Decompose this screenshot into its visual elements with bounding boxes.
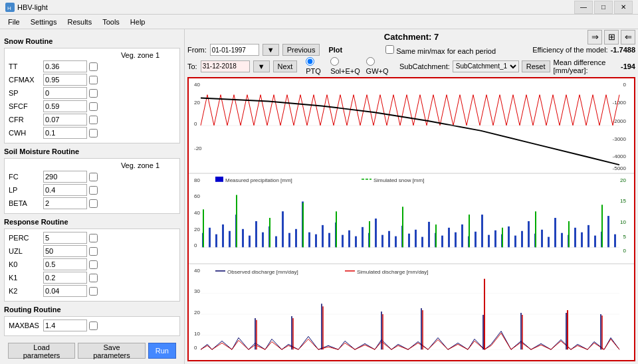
checkbox-k2[interactable] — [89, 287, 98, 296]
catchment-title: Catchment: 7 — [384, 32, 439, 42]
next-button[interactable]: Next — [273, 60, 298, 72]
svg-rect-32 — [215, 234, 217, 248]
param-lp: LP — [9, 184, 175, 196]
svg-rect-57 — [381, 235, 383, 248]
menu-tools[interactable]: Tools — [97, 17, 125, 27]
svg-text:-20: -20 — [194, 146, 202, 152]
svg-rect-91 — [607, 216, 609, 247]
nav-split-button[interactable]: ⊞ — [604, 30, 619, 45]
input-uzl[interactable] — [43, 245, 87, 257]
from-date-input[interactable] — [210, 44, 259, 56]
radio-ptq[interactable] — [306, 57, 314, 66]
input-k1[interactable] — [43, 272, 87, 284]
input-perc[interactable] — [43, 232, 87, 244]
menu-help[interactable]: Help — [125, 17, 151, 27]
radio-ptq-label[interactable]: PTQ — [306, 57, 325, 75]
radio-gw-label[interactable]: GW+Q — [366, 57, 391, 75]
title-bar: H HBV-light — □ ✕ — [0, 0, 638, 15]
window-controls: — □ ✕ — [574, 1, 633, 14]
nav-export-button[interactable]: ⇒ — [587, 30, 602, 45]
svg-rect-81 — [541, 230, 543, 248]
input-sp[interactable] — [43, 87, 87, 99]
load-params-button[interactable]: Load parameters — [8, 343, 75, 359]
svg-rect-87 — [581, 232, 583, 248]
svg-text:80: 80 — [194, 177, 200, 183]
app-icon: H — [5, 3, 15, 12]
checkbox-fc[interactable] — [89, 173, 98, 181]
svg-rect-88 — [587, 225, 589, 248]
svg-rect-44 — [295, 229, 297, 248]
routing-routine-box: MAXBAS — [4, 316, 180, 336]
to-label: To: — [187, 62, 197, 70]
checkbox-uzl[interactable] — [89, 247, 98, 256]
input-maxbas[interactable] — [43, 319, 87, 331]
top-chart-group: 0 -1000 -2000 -3000 -4000 -5000 40 20 0 … — [189, 78, 634, 173]
checkbox-sfcf[interactable] — [89, 102, 98, 111]
param-sfcf: SFCF — [9, 100, 175, 112]
maximize-button[interactable]: □ — [594, 1, 613, 14]
radio-gw[interactable] — [366, 57, 375, 66]
date-picker-to-button[interactable]: ▼ — [253, 60, 270, 72]
input-beta[interactable] — [43, 197, 87, 209]
svg-rect-31 — [209, 228, 211, 248]
input-k0[interactable] — [43, 258, 87, 270]
param-maxbas: MAXBAS — [9, 319, 175, 331]
nav-import-button[interactable]: ⇐ — [621, 30, 635, 45]
menu-settings[interactable]: Settings — [25, 17, 62, 27]
checkbox-beta[interactable] — [89, 199, 98, 208]
same-min-max-checkbox[interactable] — [385, 45, 394, 54]
input-tt[interactable] — [43, 60, 87, 72]
svg-text:-3000: -3000 — [613, 136, 627, 142]
svg-text:Simulated snow [mm]: Simulated snow [mm] — [373, 177, 424, 183]
checkbox-tt[interactable] — [89, 62, 98, 71]
menu-file[interactable]: File — [3, 17, 25, 27]
input-lp[interactable] — [43, 184, 87, 196]
radio-sol-label[interactable]: Sol+E+Q — [330, 57, 360, 75]
svg-rect-71 — [475, 232, 477, 248]
run-button[interactable]: Run — [148, 343, 176, 359]
svg-text:20: 20 — [194, 227, 200, 232]
checkbox-cfr[interactable] — [89, 116, 98, 124]
param-k2: K2 — [9, 285, 175, 297]
svg-text:20: 20 — [620, 177, 626, 183]
main-content: Snow Routine Veg. zone 1 TT CFMAX SP S — [0, 29, 638, 364]
checkbox-k1[interactable] — [89, 274, 98, 282]
to-date-input[interactable] — [201, 60, 250, 72]
param-sp: SP — [9, 87, 175, 99]
date-picker-from-button[interactable]: ▼ — [263, 44, 279, 56]
checkbox-lp[interactable] — [89, 186, 98, 195]
subcatch-select[interactable]: SubCatchment_1 — [453, 60, 519, 72]
checkbox-maxbas[interactable] — [89, 321, 98, 330]
input-fc[interactable] — [43, 171, 87, 183]
svg-rect-43 — [288, 233, 290, 248]
svg-text:Simulated discharge [mm/day]: Simulated discharge [mm/day] — [357, 269, 429, 275]
save-params-button[interactable]: Save parameters — [78, 343, 146, 359]
svg-rect-53 — [355, 236, 357, 248]
input-cwh[interactable] — [43, 127, 87, 139]
previous-button[interactable]: Previous — [282, 44, 320, 56]
same-min-max: Same min/max for each period — [385, 45, 496, 55]
svg-text:Measured precipitation [mm]: Measured precipitation [mm] — [225, 177, 292, 183]
reset-button[interactable]: Reset — [522, 60, 550, 72]
input-sfcf[interactable] — [43, 100, 87, 112]
svg-rect-26 — [215, 177, 223, 182]
minimize-button[interactable]: — — [574, 1, 593, 14]
param-cfr: CFR — [9, 114, 175, 126]
checkbox-sp[interactable] — [89, 89, 98, 98]
svg-rect-59 — [395, 236, 397, 248]
svg-rect-56 — [375, 219, 377, 247]
response-routine-box: PERC UZL K0 K1 K2 — [4, 228, 180, 302]
efficiency-value: -1.7488 — [611, 46, 635, 54]
checkbox-k0[interactable] — [89, 260, 98, 269]
checkbox-cfmax[interactable] — [89, 76, 98, 84]
input-cfmax[interactable] — [43, 74, 87, 86]
input-k2[interactable] — [43, 285, 87, 297]
checkbox-cwh[interactable] — [89, 129, 98, 137]
checkbox-perc[interactable] — [89, 234, 98, 242]
svg-text:0: 0 — [194, 121, 197, 127]
menu-results[interactable]: Results — [62, 17, 97, 27]
close-button[interactable]: ✕ — [614, 1, 633, 14]
radio-sol[interactable] — [330, 57, 339, 66]
input-cfr[interactable] — [43, 114, 87, 126]
svg-rect-48 — [322, 225, 324, 248]
